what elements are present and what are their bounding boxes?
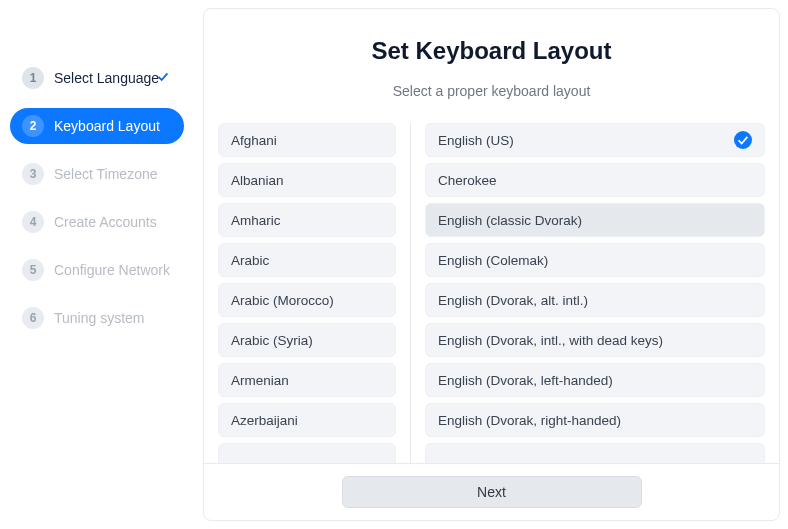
column-divider — [410, 123, 411, 463]
step-label: Tuning system — [54, 310, 145, 326]
step-select-language[interactable]: 1 Select Language — [10, 60, 184, 96]
list-item[interactable]: English (Dvorak, right-handed) — [425, 403, 765, 437]
panel-footer: Next — [204, 463, 779, 520]
list-item[interactable] — [425, 443, 765, 463]
step-number: 4 — [22, 211, 44, 233]
step-number: 6 — [22, 307, 44, 329]
step-select-timezone[interactable]: 3 Select Timezone — [10, 156, 184, 192]
step-label: Select Language — [54, 70, 159, 86]
list-item-label: English (Dvorak, left-handed) — [438, 373, 613, 388]
list-item[interactable]: Afghani — [218, 123, 396, 157]
list-item[interactable]: English (Dvorak, intl., with dead keys) — [425, 323, 765, 357]
list-item[interactable]: English (classic Dvorak) — [425, 203, 765, 237]
step-label: Select Timezone — [54, 166, 158, 182]
list-item-label: Cherokee — [438, 173, 497, 188]
panel-header: Set Keyboard Layout Select a proper keyb… — [204, 9, 779, 109]
list-item[interactable]: Amharic — [218, 203, 396, 237]
wizard-steps-sidebar: 1 Select Language 2 Keyboard Layout 3 Se… — [0, 0, 195, 529]
keyboard-layout-panel: Set Keyboard Layout Select a proper keyb… — [203, 8, 780, 521]
list-item[interactable]: Albanian — [218, 163, 396, 197]
list-item-label: Azerbaijani — [231, 413, 298, 428]
list-item-label: Arabic (Syria) — [231, 333, 313, 348]
language-group-list[interactable]: Afghani Albanian Amharic Arabic Arabic (… — [218, 123, 396, 463]
list-item[interactable]: English (Dvorak, left-handed) — [425, 363, 765, 397]
list-item-label: Armenian — [231, 373, 289, 388]
page-title: Set Keyboard Layout — [220, 37, 763, 65]
step-tuning-system[interactable]: 6 Tuning system — [10, 300, 184, 336]
list-item-label: English (Colemak) — [438, 253, 548, 268]
list-item[interactable]: Cherokee — [425, 163, 765, 197]
list-item-label: Amharic — [231, 213, 281, 228]
list-item[interactable]: English (Dvorak, alt. intl.) — [425, 283, 765, 317]
step-number: 1 — [22, 67, 44, 89]
check-icon — [156, 70, 170, 87]
page-subtitle: Select a proper keyboard layout — [220, 83, 763, 99]
step-number: 3 — [22, 163, 44, 185]
list-item-label: English (classic Dvorak) — [438, 213, 582, 228]
layout-columns: Afghani Albanian Amharic Arabic Arabic (… — [204, 109, 779, 463]
list-item[interactable]: Arabic — [218, 243, 396, 277]
list-item-label: English (Dvorak, alt. intl.) — [438, 293, 588, 308]
step-create-accounts[interactable]: 4 Create Accounts — [10, 204, 184, 240]
list-item-label: Afghani — [231, 133, 277, 148]
list-item[interactable]: Armenian — [218, 363, 396, 397]
keyboard-layout-list[interactable]: English (US) Cherokee English (classic D… — [425, 123, 765, 463]
step-label: Create Accounts — [54, 214, 157, 230]
main-area: Set Keyboard Layout Select a proper keyb… — [195, 0, 788, 529]
list-item-label: Arabic — [231, 253, 269, 268]
list-item[interactable]: Arabic (Syria) — [218, 323, 396, 357]
list-item-label: English (US) — [438, 133, 514, 148]
installer-wizard: 1 Select Language 2 Keyboard Layout 3 Se… — [0, 0, 788, 529]
list-item[interactable]: Arabic (Morocco) — [218, 283, 396, 317]
list-item[interactable] — [218, 443, 396, 463]
list-item[interactable]: English (US) — [425, 123, 765, 157]
list-item-label: Albanian — [231, 173, 284, 188]
list-item[interactable]: Azerbaijani — [218, 403, 396, 437]
step-label: Configure Network — [54, 262, 170, 278]
list-item-label: Arabic (Morocco) — [231, 293, 334, 308]
list-item[interactable]: English (Colemak) — [425, 243, 765, 277]
step-number: 2 — [22, 115, 44, 137]
next-button[interactable]: Next — [342, 476, 642, 508]
list-item-label: English (Dvorak, right-handed) — [438, 413, 621, 428]
step-configure-network[interactable]: 5 Configure Network — [10, 252, 184, 288]
list-item-label: English (Dvorak, intl., with dead keys) — [438, 333, 663, 348]
step-number: 5 — [22, 259, 44, 281]
step-keyboard-layout[interactable]: 2 Keyboard Layout — [10, 108, 184, 144]
selected-check-icon — [734, 131, 752, 149]
step-label: Keyboard Layout — [54, 118, 160, 134]
